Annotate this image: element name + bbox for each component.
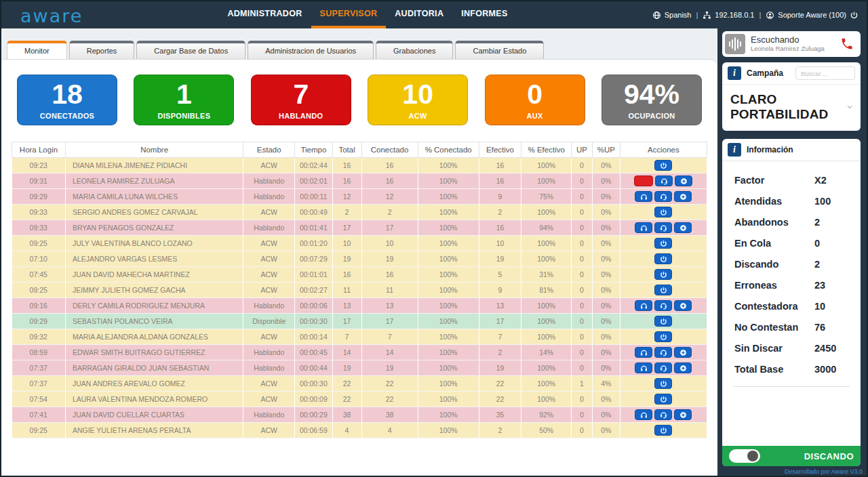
cell-acciones [620, 205, 707, 220]
user-icon [766, 11, 774, 20]
cell-up: 0 [572, 329, 593, 345]
cell-pct-efectivo: 50% [521, 423, 572, 438]
cell-tiempo: 00:06:59 [295, 423, 332, 438]
kpi-value: 18 [52, 81, 83, 108]
cell-pct-up: 0% [592, 392, 620, 407]
agents-table: Hora Login Nombre Estado Tiempo Total Co… [12, 142, 707, 438]
campaign-select[interactable]: CLARO PORTABILIDAD [722, 85, 861, 131]
topbar: aware ADMINISTRADOR SUPERVISOR AUDITORIA… [1, 1, 867, 28]
cell-pct-conectado: 100% [418, 189, 479, 205]
whisper-call-button[interactable] [654, 191, 672, 202]
join-call-button[interactable] [674, 222, 692, 233]
disconnect-agent-button[interactable] [654, 207, 672, 217]
disconnect-agent-button[interactable] [654, 331, 672, 342]
disconnect-agent-button[interactable] [654, 253, 672, 264]
cell-pct-up: 0% [592, 345, 620, 360]
disconnect-agent-button[interactable] [654, 285, 672, 295]
kpi-value: 7 [293, 81, 309, 108]
cell-up: 0 [572, 423, 593, 438]
cell-pct-up: 0% [592, 220, 620, 236]
nav-informes[interactable]: INFORMES [452, 1, 516, 28]
cell-pct-conectado: 100% [418, 205, 479, 220]
tab-grabaciones[interactable]: Grabaciones [376, 41, 453, 59]
kpi-value: 1 [176, 81, 192, 108]
cell-tiempo: 00:00:09 [295, 392, 332, 407]
kpi-value: 0 [527, 81, 542, 108]
whisper-call-button[interactable] [655, 175, 673, 186]
tab-reportes[interactable]: Reportes [69, 41, 135, 59]
cell-up: 0 [572, 251, 593, 267]
disconnect-agent-button[interactable] [654, 378, 672, 389]
cell-up: 0 [572, 407, 593, 423]
disconnect-agent-button[interactable] [654, 316, 672, 327]
join-call-button[interactable] [674, 347, 692, 358]
cell-conectado: 2 [361, 205, 418, 220]
cell-total: 16 [332, 158, 361, 173]
disconnect-agent-button[interactable] [654, 160, 672, 171]
cell-pct-efectivo: 100% [521, 298, 572, 314]
nav-supervisor[interactable]: SUPERVISOR [311, 1, 387, 28]
cell-hora-login: 09:25 [12, 423, 66, 438]
logout-power-icon[interactable] [850, 11, 859, 20]
listen-call-button[interactable] [635, 409, 652, 420]
cell-efectivo: 22 [479, 376, 521, 392]
listen-call-button[interactable] [635, 362, 652, 373]
support-user[interactable]: Soporte Aware (100) [778, 11, 846, 19]
cell-acciones [620, 298, 707, 314]
disconnect-agent-button[interactable] [654, 238, 672, 249]
cell-nombre: JUAN DAVID MAHECHA MARTINEZ [65, 267, 243, 283]
cell-pct-conectado: 100% [418, 314, 479, 329]
cell-conectado: 7 [361, 329, 418, 345]
nav-administrador[interactable]: ADMINISTRADOR [218, 1, 311, 28]
cell-pct-up: 0% [592, 314, 620, 329]
info-label: Discando [734, 259, 814, 270]
join-call-button[interactable] [674, 191, 692, 202]
whisper-call-button[interactable] [654, 347, 672, 358]
body: Monitor Reportes Cargar Base de Datos Ad… [1, 28, 867, 476]
kpi-acw: 10 ACW [368, 75, 468, 125]
stop-listening-button[interactable] [634, 175, 653, 186]
whisper-call-button[interactable] [654, 362, 672, 373]
cell-pct-efectivo: 92% [521, 407, 572, 423]
cell-nombre: LEONELA RAMIREZ ZULUAGA [65, 173, 243, 189]
listen-call-button[interactable] [635, 222, 652, 233]
info-label: Sin Discar [734, 343, 814, 354]
listen-call-button[interactable] [635, 191, 652, 202]
cell-hora-login: 07:54 [12, 392, 66, 407]
cell-estado: Hablando [243, 173, 295, 189]
cell-hora-login: 08:59 [12, 345, 66, 360]
tab-cambiar-estado[interactable]: Cambiar Estado [455, 41, 544, 59]
kpi-label: HABLANDO [279, 112, 323, 120]
col-estado: Estado [243, 142, 295, 158]
disconnect-agent-button[interactable] [654, 394, 672, 405]
language-selector[interactable]: Spanish [665, 11, 692, 19]
agent-row: 09:25 JULY VALENTINA BLANCO LOZANO ACW 0… [12, 236, 707, 251]
whisper-call-button[interactable] [654, 409, 672, 420]
hangup-phone-icon[interactable] [840, 37, 854, 51]
info-row: Atendidas 100 [734, 196, 861, 207]
cell-tiempo: 00:02:01 [295, 173, 332, 189]
agent-row: 09:33 SERGIO ANDRES GOMEZ CARVAJAL ACW 0… [12, 205, 707, 220]
listen-call-button[interactable] [635, 347, 652, 358]
disconnect-agent-button[interactable] [654, 425, 672, 436]
listen-call-button[interactable] [635, 300, 652, 311]
footer-credit: Desarrollado por Aware V3.0 [785, 468, 863, 475]
dialer-toggle[interactable] [729, 449, 760, 463]
tab-administracion-usuarios[interactable]: Administracion de Usuarios [248, 41, 374, 59]
whisper-call-button[interactable] [654, 222, 672, 233]
cell-total: 16 [332, 267, 361, 283]
tab-cargar-base[interactable]: Cargar Base de Datos [136, 41, 245, 59]
info-value: 2 [814, 217, 820, 228]
nav-auditoria[interactable]: AUDITORIA [386, 1, 452, 28]
campaign-search-input[interactable] [795, 66, 855, 80]
join-call-button[interactable] [674, 362, 692, 373]
join-call-button[interactable] [674, 409, 692, 420]
join-call-button[interactable] [674, 300, 692, 311]
join-call-button[interactable] [675, 175, 692, 186]
cell-estado: ACW [243, 283, 295, 298]
cell-total: 17 [332, 314, 361, 329]
disconnect-agent-button[interactable] [654, 269, 672, 280]
cell-pct-up: 0% [592, 173, 620, 189]
tab-monitor[interactable]: Monitor [7, 41, 67, 59]
whisper-call-button[interactable] [654, 300, 672, 311]
